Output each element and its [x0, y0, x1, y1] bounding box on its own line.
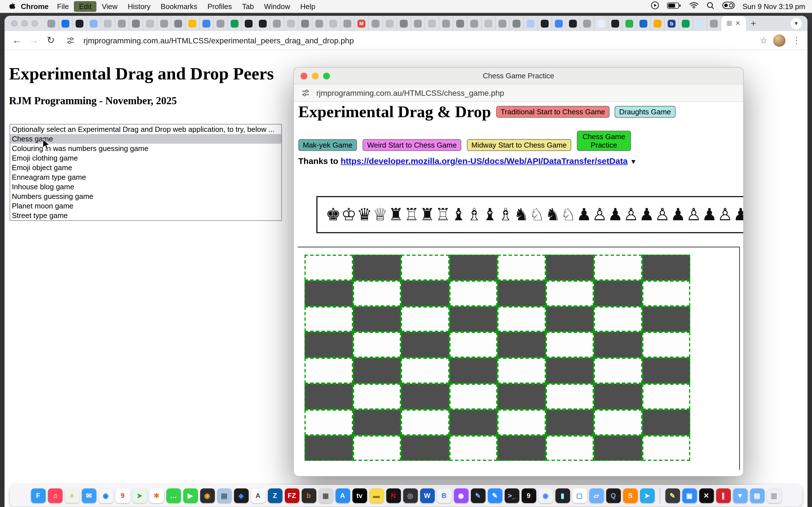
- board-cell[interactable]: [305, 409, 353, 436]
- board-cell[interactable]: [642, 435, 690, 461]
- board-cell[interactable]: [497, 358, 546, 384]
- chess-piece[interactable]: ♟: [576, 198, 592, 231]
- messages-dock-icon[interactable]: …: [166, 489, 181, 503]
- board-cell[interactable]: [449, 435, 497, 461]
- chess-piece[interactable]: ♙: [592, 198, 608, 231]
- board-cell[interactable]: [546, 384, 594, 409]
- keynote-dock-icon[interactable]: ◆: [234, 489, 248, 503]
- reload-icon[interactable]: ↻: [45, 34, 56, 46]
- netflix-dock-icon[interactable]: N: [386, 489, 401, 503]
- browser-tab[interactable]: [383, 16, 397, 31]
- screen-mirroring-icon[interactable]: [651, 1, 659, 11]
- spotlight-icon[interactable]: [706, 1, 714, 11]
- browser-tab[interactable]: [538, 16, 552, 31]
- browser-tab[interactable]: M: [355, 16, 369, 31]
- browser-tab[interactable]: [510, 16, 524, 31]
- mdn-link[interactable]: https://developer.mozilla.org/en-US/docs…: [341, 156, 627, 166]
- listbox-option[interactable]: Planet moon game: [10, 201, 282, 211]
- browser-tab[interactable]: [594, 16, 608, 31]
- board-cell[interactable]: [546, 435, 594, 461]
- board-cell[interactable]: [594, 306, 642, 332]
- board-cell[interactable]: [305, 306, 353, 332]
- board-cell[interactable]: [305, 358, 353, 384]
- close-window-button[interactable]: [11, 20, 17, 26]
- parallels-dock-icon[interactable]: ∥: [716, 489, 730, 503]
- board-cell[interactable]: [497, 281, 546, 306]
- tab-search-chevron-icon[interactable]: ▾: [791, 18, 802, 29]
- terminal-dock-icon[interactable]: >_: [504, 489, 519, 503]
- chess-piece[interactable]: ♙: [686, 198, 702, 231]
- listbox-option[interactable]: Emoji clothing game: [10, 153, 282, 163]
- forward-icon[interactable]: →: [28, 35, 40, 46]
- browser-tab[interactable]: [608, 16, 622, 31]
- browser-tab[interactable]: [115, 16, 129, 31]
- browser-menu-icon[interactable]: ⋮: [792, 35, 801, 45]
- browser-tab[interactable]: [369, 16, 383, 31]
- chess-piece[interactable]: ♙: [717, 198, 733, 231]
- control-center-icon[interactable]: [722, 2, 734, 11]
- chess-piece[interactable]: ♟: [670, 198, 686, 231]
- popup-url[interactable]: rjmprogramming.com.au/HTMLCSS/chess_game…: [316, 89, 504, 98]
- browser-tab[interactable]: [171, 16, 186, 31]
- notes-dock-icon[interactable]: ≡: [64, 489, 79, 503]
- trash-dock-icon[interactable]: ▥: [767, 489, 781, 503]
- app-listbox[interactable]: Optionally select an Experimental Drag a…: [10, 124, 282, 221]
- board-cell[interactable]: [497, 255, 546, 281]
- board-cell[interactable]: [594, 384, 642, 409]
- game-mode-button[interactable]: Traditional Start to Chess Game: [496, 106, 610, 118]
- podcasts-dock-icon[interactable]: ◉: [454, 489, 468, 503]
- close-tab-icon[interactable]: ✕: [735, 20, 741, 27]
- browser-tab[interactable]: [129, 16, 143, 31]
- word-dock-icon[interactable]: W: [420, 489, 435, 503]
- board-cell[interactable]: [642, 409, 690, 436]
- chess-piece[interactable]: ♟: [702, 198, 717, 231]
- board-cell[interactable]: [594, 255, 642, 281]
- board-cell[interactable]: [353, 358, 401, 384]
- browser-tab[interactable]: [45, 16, 59, 31]
- board-cell[interactable]: [449, 306, 497, 332]
- menubar-item[interactable]: Window: [259, 1, 296, 11]
- menubar-item[interactable]: Tab: [237, 1, 259, 11]
- browser-tab[interactable]: [566, 16, 580, 31]
- browser-tab[interactable]: [228, 16, 242, 31]
- board-cell[interactable]: [305, 332, 353, 358]
- files-dock-icon[interactable]: ▢: [572, 489, 587, 503]
- browser-tab[interactable]: [439, 16, 453, 31]
- board-cell[interactable]: [546, 306, 594, 332]
- graphic-tool-dock-icon[interactable]: ✎: [470, 489, 485, 503]
- battery-icon[interactable]: [667, 2, 681, 10]
- browser-tab[interactable]: [284, 16, 298, 31]
- board-cell[interactable]: [401, 255, 449, 281]
- browser-tab[interactable]: [242, 16, 256, 31]
- listbox-option[interactable]: Chess game: [10, 134, 282, 144]
- chess-piece[interactable]: ♛: [357, 198, 372, 231]
- board-cell[interactable]: [594, 435, 642, 461]
- browser-tab[interactable]: [467, 16, 481, 31]
- board-cell[interactable]: [449, 384, 497, 409]
- chess-piece[interactable]: ♙: [623, 198, 639, 231]
- browser-tab[interactable]: [580, 16, 594, 31]
- listbox-option[interactable]: Street type game: [10, 211, 282, 220]
- game-mode-button[interactable]: Midway Start to Chess Game: [467, 139, 571, 151]
- board-cell[interactable]: [401, 435, 449, 461]
- chess-piece[interactable]: ♕: [372, 198, 388, 231]
- address-bar[interactable]: rjmprogramming.com.au/HTMLCSS/experiment…: [84, 36, 754, 45]
- safari-dock-icon[interactable]: ◉: [98, 489, 113, 503]
- chess-piece[interactable]: ♜: [419, 198, 435, 231]
- zoom-window-button[interactable]: [32, 20, 38, 26]
- folder-dock-icon[interactable]: ▱: [589, 489, 604, 503]
- minimize-window-button[interactable]: [21, 20, 28, 26]
- board-cell[interactable]: [546, 332, 594, 358]
- menubar-clock[interactable]: Sun 9 Nov 3:19 pm: [742, 2, 805, 10]
- game-mode-button[interactable]: Mak-yek Game: [298, 139, 357, 151]
- chess-piece[interactable]: ♖: [404, 198, 419, 231]
- game-mode-button[interactable]: Weird Start to Chess Game: [363, 139, 461, 151]
- board-cell[interactable]: [546, 358, 594, 384]
- board-cell[interactable]: [594, 281, 642, 306]
- pencil-app-dock-icon[interactable]: ✎: [488, 489, 502, 503]
- site-settings-icon[interactable]: [66, 36, 74, 44]
- chrome-dock-icon[interactable]: ◉: [538, 489, 553, 503]
- chess-piece[interactable]: ♔: [341, 198, 357, 231]
- browser-tab[interactable]: [425, 16, 439, 31]
- menubar-item[interactable]: View: [97, 1, 123, 11]
